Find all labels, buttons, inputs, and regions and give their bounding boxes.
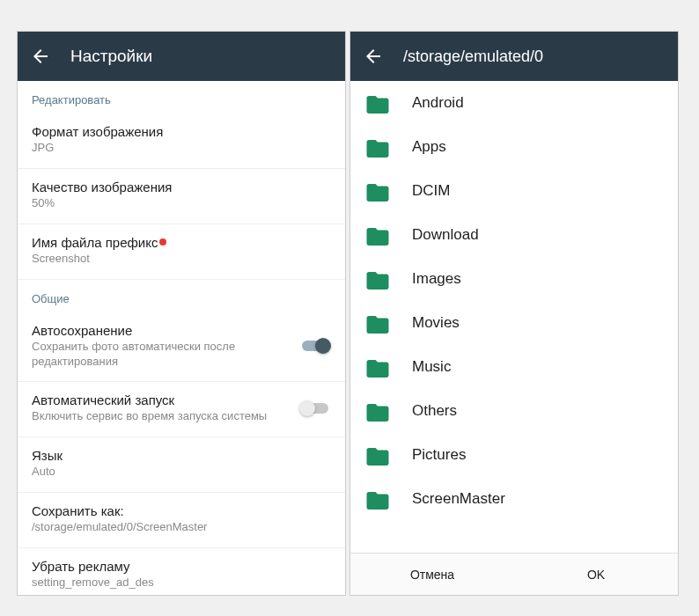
folder-icon xyxy=(364,268,391,290)
folder-icon xyxy=(364,136,391,158)
setting-value: Screenshot xyxy=(32,252,331,267)
setting-autosave[interactable]: Автосохранение Сохранить фото автоматиче… xyxy=(18,312,345,383)
folder-row[interactable]: Images xyxy=(350,257,678,301)
folder-name: Images xyxy=(412,270,461,288)
picker-bottom-bar: Отмена OK xyxy=(350,553,678,595)
setting-value: Auto xyxy=(32,465,331,480)
folder-name: Pictures xyxy=(412,446,466,464)
setting-desc: Включить сервис во время запуска системы xyxy=(32,409,299,424)
setting-value: setting_remove_ad_des xyxy=(32,576,331,590)
setting-desc: Сохранить фото автоматически после редак… xyxy=(32,340,299,370)
folder-picker-screen: /storage/emulated/0 AndroidAppsDCIMDownl… xyxy=(350,32,678,595)
folder-row[interactable]: Apps xyxy=(350,125,678,169)
setting-language[interactable]: Язык Auto xyxy=(18,437,345,493)
folder-row[interactable]: Others xyxy=(350,389,678,433)
folder-icon xyxy=(364,312,391,334)
setting-label: Автоматический запуск xyxy=(32,392,299,407)
setting-value: 50% xyxy=(32,196,331,211)
setting-label: Сохранить как: xyxy=(32,503,331,518)
folder-name: Download xyxy=(412,226,479,244)
setting-label: Автосохранение xyxy=(32,323,299,338)
setting-autostart[interactable]: Автоматический запуск Включить сервис во… xyxy=(18,382,345,437)
back-icon[interactable] xyxy=(363,46,384,67)
setting-label: Формат изображения xyxy=(32,124,331,139)
folder-icon xyxy=(364,488,391,510)
cancel-button[interactable]: Отмена xyxy=(350,554,514,595)
setting-image-format[interactable]: Формат изображения JPG xyxy=(18,114,345,169)
folder-row[interactable]: Download xyxy=(350,213,678,257)
section-general-header: Общие xyxy=(18,280,345,312)
folder-name: Movies xyxy=(412,314,460,332)
setting-file-prefix[interactable]: Имя файла префикс Screenshot xyxy=(18,224,345,280)
setting-label: Язык xyxy=(32,448,331,463)
setting-save-as[interactable]: Сохранить как: /storage/emulated/0/Scree… xyxy=(18,493,345,548)
folder-icon xyxy=(364,180,391,202)
setting-value: JPG xyxy=(32,141,331,156)
folder-row[interactable]: ScreenMaster xyxy=(350,477,678,521)
folder-name: Android xyxy=(412,94,464,112)
settings-content: Редактировать Формат изображения JPG Кач… xyxy=(18,81,345,595)
picker-path: /storage/emulated/0 xyxy=(403,48,543,66)
folder-name: ScreenMaster xyxy=(412,490,505,508)
setting-label: Имя файла префикс xyxy=(32,235,331,250)
folder-icon xyxy=(364,356,391,378)
folder-list: AndroidAppsDCIMDownloadImagesMoviesMusic… xyxy=(350,81,678,553)
folder-row[interactable]: DCIM xyxy=(350,169,678,213)
folder-name: Apps xyxy=(412,138,446,156)
back-icon[interactable] xyxy=(30,46,51,67)
folder-row[interactable]: Pictures xyxy=(350,433,678,477)
folder-row[interactable]: Music xyxy=(350,345,678,389)
setting-label: Качество изображения xyxy=(32,180,331,194)
folder-name: DCIM xyxy=(412,182,450,200)
folder-icon xyxy=(364,444,391,466)
settings-toolbar: Настройки xyxy=(18,32,345,81)
badge-dot-icon xyxy=(159,238,166,246)
settings-screen: Настройки Редактировать Формат изображен… xyxy=(18,32,345,595)
picker-toolbar: /storage/emulated/0 xyxy=(350,32,678,81)
settings-title: Настройки xyxy=(70,47,152,66)
section-edit-header: Редактировать xyxy=(18,81,345,114)
folder-icon xyxy=(364,400,391,422)
folder-icon xyxy=(364,224,391,246)
folder-name: Others xyxy=(412,402,457,420)
setting-label: Убрать рекламу xyxy=(32,559,331,574)
folder-row[interactable]: Movies xyxy=(350,301,678,345)
folder-name: Music xyxy=(412,358,451,376)
autosave-toggle[interactable] xyxy=(299,337,331,355)
folder-icon xyxy=(364,92,391,114)
setting-value: /storage/emulated/0/ScreenMaster xyxy=(32,520,331,535)
folder-row[interactable]: Android xyxy=(350,81,678,125)
setting-image-quality[interactable]: Качество изображения 50% xyxy=(18,169,345,224)
setting-remove-ads[interactable]: Убрать рекламу setting_remove_ad_des xyxy=(18,548,345,595)
ok-button[interactable]: OK xyxy=(514,554,678,595)
autostart-toggle[interactable] xyxy=(299,400,331,417)
